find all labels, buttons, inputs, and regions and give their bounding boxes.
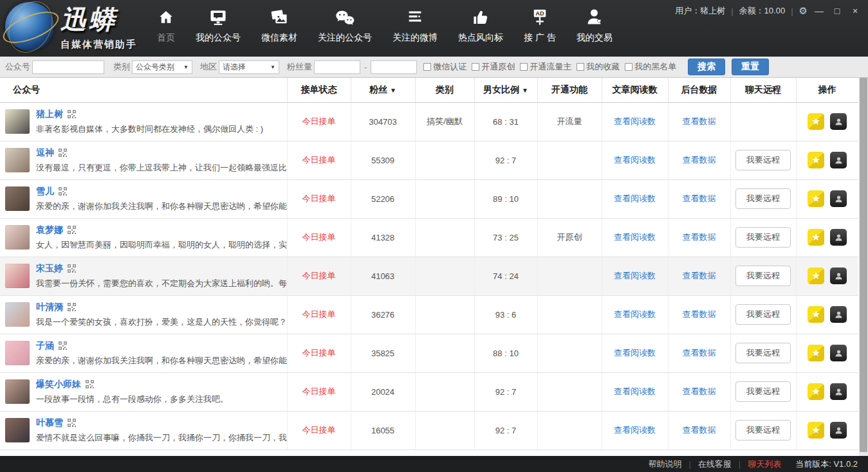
view-data-link[interactable]: 查看数据 <box>683 232 716 242</box>
contact-person-button[interactable] <box>830 345 847 361</box>
nav-item[interactable]: 我的公众号 <box>185 6 251 44</box>
online-service-link[interactable]: 在线客服 <box>698 458 732 470</box>
favorite-star-button[interactable]: ★ <box>808 113 824 130</box>
favorite-star-button[interactable]: ★ <box>808 152 824 168</box>
category-select[interactable]: 公众号类别 ▼ <box>132 60 192 74</box>
qr-code-icon[interactable] <box>59 187 67 195</box>
settings-gear-icon[interactable]: ⚙ <box>799 5 808 17</box>
contact-person-button[interactable] <box>830 422 847 439</box>
view-reads-link[interactable]: 查看阅读数 <box>614 386 656 396</box>
remote-chat-button[interactable]: 我要远程 <box>735 343 791 363</box>
nav-item[interactable]: AD 接 广 告 <box>513 6 566 44</box>
contact-person-button[interactable] <box>830 190 847 207</box>
scrollbar-thumb[interactable] <box>860 78 867 452</box>
contact-person-button[interactable] <box>830 229 847 246</box>
view-reads-link[interactable]: 查看阅读数 <box>614 425 656 435</box>
close-button[interactable]: × <box>849 6 862 16</box>
fans-max-input[interactable] <box>371 60 417 74</box>
nav-item[interactable]: 首页 <box>147 6 185 44</box>
view-reads-link[interactable]: 查看阅读数 <box>614 194 656 203</box>
checkbox-box-icon[interactable] <box>472 63 479 71</box>
contact-person-button[interactable] <box>830 152 847 168</box>
column-header[interactable]: 男女比例▼ <box>474 78 537 102</box>
contact-person-button[interactable] <box>830 306 847 323</box>
favorite-star-button[interactable]: ★ <box>808 383 824 400</box>
account-name[interactable]: 子涵 <box>36 340 54 352</box>
checkbox-box-icon[interactable] <box>423 63 431 71</box>
view-data-link[interactable]: 查看数据 <box>683 194 716 203</box>
view-data-link[interactable]: 查看数据 <box>683 309 716 319</box>
view-reads-link[interactable]: 查看阅读数 <box>614 155 656 165</box>
remote-chat-button[interactable]: 我要远程 <box>735 420 791 440</box>
nav-item[interactable]: 关注的微博 <box>382 6 448 44</box>
remote-chat-button[interactable]: 我要远程 <box>735 150 791 170</box>
remote-chat-button[interactable]: 我要远程 <box>735 381 791 402</box>
view-data-link[interactable]: 查看数据 <box>683 348 716 358</box>
nav-item[interactable]: 热点风向标 <box>448 6 513 44</box>
reset-button[interactable]: 重置 <box>732 59 769 75</box>
nav-item[interactable]: 关注的公众号 <box>308 6 382 44</box>
filter-checkbox[interactable]: 我的收藏 <box>577 61 620 73</box>
view-reads-link[interactable]: 查看阅读数 <box>614 232 656 242</box>
view-reads-link[interactable]: 查看阅读数 <box>614 271 656 280</box>
help-link[interactable]: 帮助说明 <box>648 458 681 470</box>
favorite-star-button[interactable]: ★ <box>808 229 824 246</box>
account-name[interactable]: 猪上树 <box>36 109 63 120</box>
view-reads-link[interactable]: 查看阅读数 <box>614 348 656 358</box>
qr-code-icon[interactable] <box>68 110 76 118</box>
account-name[interactable]: 爆笑小师妹 <box>36 379 81 390</box>
account-name[interactable]: 叶慕雪 <box>36 417 63 429</box>
qr-code-icon[interactable] <box>68 264 76 273</box>
qr-code-icon[interactable] <box>68 226 76 234</box>
region-select[interactable]: 请选择 ▼ <box>219 60 279 74</box>
filter-checkbox[interactable]: 开通流量主 <box>520 61 571 73</box>
contact-person-button[interactable] <box>830 113 847 130</box>
qr-code-icon[interactable] <box>86 380 94 388</box>
remote-chat-button[interactable]: 我要远程 <box>735 304 791 325</box>
view-data-link[interactable]: 查看数据 <box>683 425 716 435</box>
chat-list-link[interactable]: 聊天列表 <box>748 458 781 470</box>
account-name[interactable]: 雪儿 <box>36 186 54 197</box>
filter-checkbox[interactable]: 开通原创 <box>472 61 515 73</box>
account-name[interactable]: 宋玉婷 <box>36 263 63 275</box>
checkbox-box-icon[interactable] <box>577 63 584 71</box>
favorite-star-button[interactable]: ★ <box>808 345 824 361</box>
qr-code-icon[interactable] <box>68 303 76 311</box>
qr-code-icon[interactable] <box>59 149 67 157</box>
qr-code-icon[interactable] <box>59 341 67 350</box>
fans-min-input[interactable] <box>314 60 360 74</box>
account-filter-input[interactable] <box>32 60 104 74</box>
contact-person-button[interactable] <box>830 383 847 400</box>
favorite-star-button[interactable]: ★ <box>808 422 824 439</box>
view-reads-link[interactable]: 查看阅读数 <box>614 116 656 126</box>
view-reads-link[interactable]: 查看阅读数 <box>614 309 656 319</box>
filter-checkbox[interactable]: 微信认证 <box>423 61 466 73</box>
search-button[interactable]: 搜索 <box>688 59 725 75</box>
checkbox-box-icon[interactable] <box>625 63 633 71</box>
favorite-star-button[interactable]: ★ <box>808 306 824 323</box>
nav-item[interactable]: 微信素材 <box>251 6 308 44</box>
filter-checkbox[interactable]: 我的黑名单 <box>625 61 676 73</box>
favorite-star-button[interactable]: ★ <box>808 190 824 207</box>
view-data-link[interactable]: 查看数据 <box>683 116 716 126</box>
view-data-link[interactable]: 查看数据 <box>683 155 716 165</box>
minimize-button[interactable]: — <box>813 6 826 16</box>
nav-item[interactable]: 我的交易 <box>566 6 623 44</box>
vertical-scrollbar[interactable] <box>859 78 868 456</box>
column-header[interactable]: 粉丝▼ <box>351 78 415 102</box>
remote-chat-button[interactable]: 我要远程 <box>735 227 791 248</box>
maximize-button[interactable]: □ <box>831 6 844 16</box>
remote-chat-button[interactable]: 我要远程 <box>735 188 791 209</box>
account-name[interactable]: 袁梦娜 <box>36 224 63 236</box>
sort-desc-icon[interactable]: ▼ <box>522 87 528 94</box>
view-data-link[interactable]: 查看数据 <box>683 386 716 396</box>
account-name[interactable]: 叶清漪 <box>36 302 63 313</box>
remote-chat-button[interactable]: 我要远程 <box>735 266 791 286</box>
sort-desc-icon[interactable]: ▼ <box>390 87 396 94</box>
qr-code-icon[interactable] <box>68 419 76 427</box>
account-name[interactable]: 逗神 <box>36 147 54 159</box>
checkbox-box-icon[interactable] <box>520 63 528 71</box>
contact-person-button[interactable] <box>830 268 847 284</box>
view-data-link[interactable]: 查看数据 <box>683 271 716 280</box>
favorite-star-button[interactable]: ★ <box>808 268 824 284</box>
